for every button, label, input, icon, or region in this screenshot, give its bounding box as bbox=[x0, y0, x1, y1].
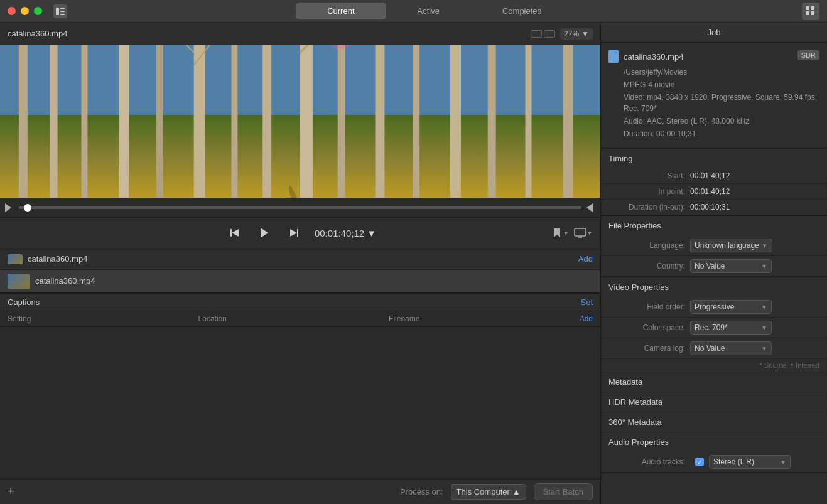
timing-in-value: 00:01:40;12 bbox=[690, 187, 730, 196]
tab-completed[interactable]: Completed bbox=[471, 3, 573, 19]
zoom-control[interactable]: 27% ▼ bbox=[560, 28, 593, 40]
country-label: Country: bbox=[608, 262, 690, 271]
svg-rect-3 bbox=[60, 14, 65, 15]
color-space-chevron-icon: ▼ bbox=[761, 324, 767, 331]
window-controls bbox=[8, 7, 42, 15]
go-to-start-button[interactable] bbox=[224, 223, 244, 243]
svg-rect-19 bbox=[338, 45, 345, 198]
scrubber-track[interactable] bbox=[19, 206, 581, 209]
timing-label: Timing bbox=[608, 154, 633, 163]
sidebar-toggle-button[interactable] bbox=[53, 4, 67, 18]
svg-rect-23 bbox=[488, 45, 496, 198]
hdr-metadata-header[interactable]: HDR Metadata bbox=[601, 392, 827, 412]
file-properties-header[interactable]: File Properties bbox=[601, 216, 827, 235]
field-order-select[interactable]: Progressive ▼ bbox=[690, 300, 772, 314]
timing-start-label: Start: bbox=[608, 171, 690, 180]
source-filename: catalina360.mp4 bbox=[28, 254, 87, 264]
360-metadata-label: 360° Metadata bbox=[608, 417, 662, 427]
svg-marker-38 bbox=[261, 228, 268, 238]
captions-header: Captions Set bbox=[0, 293, 600, 311]
360-metadata-section: 360° Metadata bbox=[601, 412, 827, 432]
minimize-button[interactable] bbox=[21, 7, 29, 15]
video-properties-label: Video Properties bbox=[608, 282, 669, 292]
timing-in-row: In point: 00:01:40;12 bbox=[601, 184, 827, 200]
metadata-label: Metadata bbox=[608, 377, 642, 387]
main-layout: catalina360.mp4 27% ▼ bbox=[0, 23, 827, 504]
file-path: /Users/jeffy/Movies bbox=[624, 67, 819, 78]
camera-log-label: Camera log: bbox=[608, 344, 690, 353]
computer-select[interactable]: This Computer ▲ bbox=[451, 484, 526, 500]
tab-current[interactable]: Current bbox=[296, 3, 386, 19]
scrubber-handle[interactable] bbox=[24, 204, 31, 212]
svg-rect-5 bbox=[811, 6, 814, 10]
bottom-left: + bbox=[8, 485, 14, 498]
close-button[interactable] bbox=[8, 7, 16, 15]
svg-marker-35 bbox=[586, 203, 593, 212]
svg-rect-0 bbox=[56, 8, 59, 15]
source-add-button[interactable]: Add bbox=[578, 254, 593, 264]
file-format: MPEG-4 movie bbox=[624, 79, 819, 90]
captions-set-button[interactable]: Set bbox=[580, 298, 593, 307]
out-point-icon bbox=[586, 203, 595, 212]
country-row: Country: No Value ▼ bbox=[601, 256, 827, 277]
right-panel: Job catalina360.mp4 SDR /Users/jeffy/Mov… bbox=[601, 23, 827, 504]
play-button[interactable] bbox=[254, 223, 274, 243]
audio-track-value: Stereo (L R) bbox=[713, 458, 754, 466]
svg-marker-37 bbox=[232, 229, 239, 237]
svg-rect-16 bbox=[231, 45, 237, 198]
zoom-chevron-icon: ▼ bbox=[581, 29, 589, 38]
color-space-row: Color space: Rec. 709* ▼ bbox=[601, 318, 827, 338]
svg-rect-20 bbox=[376, 45, 385, 198]
source-item-name: catalina360.mp4 bbox=[35, 276, 95, 286]
field-order-value: Progressive bbox=[695, 303, 734, 311]
video-properties-header[interactable]: Video Properties bbox=[601, 277, 827, 297]
timecode-display[interactable]: 00:01:40;12 ▼ bbox=[315, 228, 376, 239]
grid-view-button[interactable] bbox=[802, 3, 819, 20]
audio-properties-header[interactable]: Audio Properties bbox=[601, 432, 827, 452]
video-trees-svg bbox=[0, 45, 600, 198]
camera-log-row: Camera log: No Value ▼ bbox=[601, 338, 827, 359]
tab-active[interactable]: Active bbox=[386, 3, 471, 19]
timing-start-value: 00:01:40;12 bbox=[690, 171, 730, 180]
sdr-badge: SDR bbox=[797, 50, 819, 60]
language-row: Language: Unknown language ▼ bbox=[601, 235, 827, 256]
captions-add-button[interactable]: Add bbox=[580, 314, 593, 323]
color-space-label: Color space: bbox=[608, 323, 690, 332]
content-spacer bbox=[0, 327, 600, 480]
language-select[interactable]: Unknown language ▼ bbox=[690, 239, 772, 252]
maximize-button[interactable] bbox=[34, 7, 42, 15]
captions-table-header: Setting Location Filename Add bbox=[0, 311, 600, 327]
audio-track-select[interactable]: Stereo (L R) ▼ bbox=[709, 455, 791, 469]
start-batch-button[interactable]: Start Batch bbox=[534, 483, 593, 500]
add-source-button[interactable]: + bbox=[8, 485, 14, 498]
source-item[interactable]: catalina360.mp4 bbox=[0, 270, 600, 293]
timing-start-row: Start: 00:01:40;12 bbox=[601, 168, 827, 184]
go-to-end-button[interactable] bbox=[284, 223, 305, 243]
svg-rect-12 bbox=[81, 45, 87, 198]
playback-right-controls: ▼ ▼ bbox=[551, 227, 593, 239]
bottom-bar: + Process on: This Computer ▲ Start Batc… bbox=[0, 479, 600, 504]
source-header: catalina360.mp4 Add bbox=[0, 249, 600, 270]
camera-log-select[interactable]: No Value ▼ bbox=[690, 341, 772, 355]
svg-rect-14 bbox=[156, 45, 163, 198]
file-video-info: Video: mp4, 3840 x 1920, Progressive, Sq… bbox=[624, 92, 819, 114]
scrubber-bar[interactable] bbox=[0, 198, 600, 218]
file-properties-label: File Properties bbox=[608, 221, 661, 230]
country-value: No Value bbox=[695, 262, 725, 271]
svg-rect-21 bbox=[413, 45, 419, 198]
timecode-chevron-icon: ▼ bbox=[367, 228, 376, 239]
hdr-metadata-section: HDR Metadata bbox=[601, 392, 827, 412]
captions-section: Captions Set Setting Location Filename A… bbox=[0, 293, 600, 327]
metadata-header[interactable]: Metadata bbox=[601, 372, 827, 392]
monitor-button[interactable]: ▼ bbox=[574, 228, 593, 238]
country-select[interactable]: No Value ▼ bbox=[690, 259, 772, 273]
source-thumb-icon bbox=[8, 254, 23, 264]
color-space-select[interactable]: Rec. 709* ▼ bbox=[690, 321, 772, 335]
timing-header[interactable]: Timing bbox=[601, 149, 827, 168]
camera-log-chevron-icon: ▼ bbox=[761, 345, 767, 352]
bookmark-button[interactable]: ▼ bbox=[551, 227, 569, 239]
audio-track-checkbox[interactable]: ✓ bbox=[695, 458, 704, 466]
source-section: catalina360.mp4 Add catalina360.mp4 bbox=[0, 249, 600, 293]
audio-properties-label: Audio Properties bbox=[608, 437, 669, 447]
360-metadata-header[interactable]: 360° Metadata bbox=[601, 412, 827, 432]
